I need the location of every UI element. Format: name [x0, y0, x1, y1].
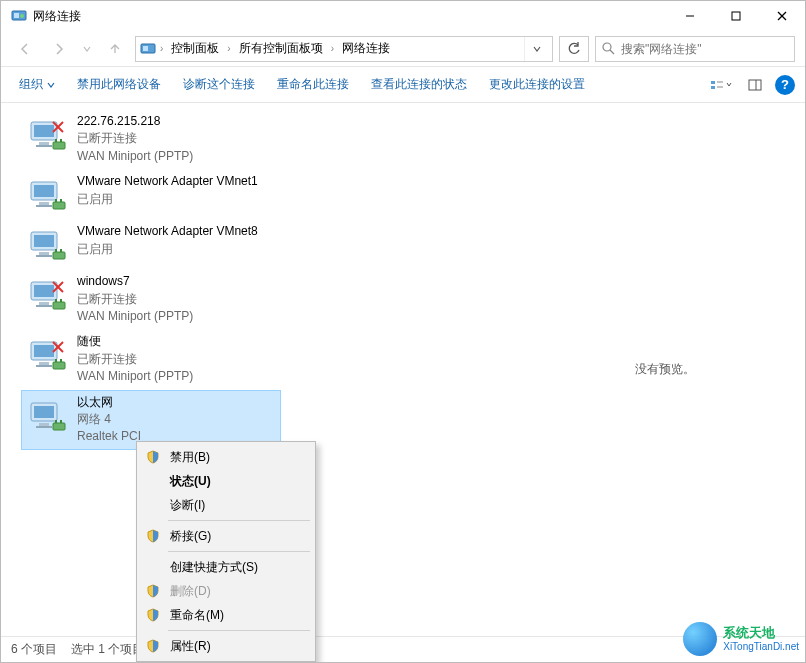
globe-icon [683, 622, 717, 656]
svg-line-10 [610, 50, 614, 54]
svg-rect-60 [39, 423, 49, 426]
address-dropdown[interactable] [524, 37, 548, 61]
watermark-en: XiTongTianDi.net [723, 641, 799, 652]
connection-status: 已断开连接 [77, 130, 193, 147]
context-menu-label: 诊断(I) [170, 497, 205, 514]
svg-rect-63 [55, 420, 57, 423]
svg-rect-55 [53, 362, 65, 369]
svg-rect-57 [60, 359, 62, 362]
up-button[interactable] [101, 35, 129, 63]
menu-separator [168, 551, 310, 552]
view-options-button[interactable] [707, 73, 735, 97]
minimize-button[interactable] [667, 1, 713, 31]
search-input[interactable] [621, 42, 788, 56]
svg-rect-8 [143, 46, 148, 51]
preview-empty-text: 没有预览。 [635, 361, 695, 378]
svg-rect-24 [55, 139, 57, 142]
chevron-right-icon[interactable]: › [331, 43, 334, 54]
watermark: 系统天地 XiTongTianDi.net [683, 622, 799, 656]
view-status-cmd[interactable]: 查看此连接的状态 [363, 72, 475, 97]
shield-icon [144, 527, 162, 545]
disable-device-cmd[interactable]: 禁用此网络设备 [69, 72, 169, 97]
window-controls [667, 1, 805, 31]
help-button[interactable]: ? [775, 75, 795, 95]
connection-name: 随便 [77, 333, 193, 350]
shield-icon [144, 448, 162, 466]
shield-icon [144, 637, 162, 655]
svg-rect-12 [711, 86, 715, 89]
svg-rect-52 [36, 365, 52, 367]
svg-rect-15 [749, 80, 761, 90]
connection-item[interactable]: VMware Network Adapter VMnet8 已启用 [21, 219, 281, 269]
svg-rect-48 [60, 299, 62, 302]
context-menu-item[interactable]: 禁用(B) [140, 445, 312, 469]
svg-rect-59 [34, 406, 54, 418]
context-menu-item[interactable]: 诊断(I) [140, 493, 312, 517]
change-settings-cmd[interactable]: 更改此连接的设置 [481, 72, 593, 97]
connection-name: VMware Network Adapter VMnet8 [77, 223, 258, 240]
app-icon [11, 8, 27, 24]
chevron-right-icon[interactable]: › [160, 43, 163, 54]
connection-item[interactable]: 随便 已断开连接 WAN Miniport (PPTP) [21, 329, 281, 389]
context-menu-item[interactable]: 属性(R) [140, 634, 312, 658]
svg-rect-56 [55, 359, 57, 362]
close-button[interactable] [759, 1, 805, 31]
svg-rect-42 [39, 302, 49, 305]
connection-status: 已断开连接 [77, 291, 193, 308]
svg-point-9 [603, 43, 611, 51]
connection-name: 以太网 [77, 394, 141, 411]
watermark-cn: 系统天地 [723, 626, 799, 640]
refresh-button[interactable] [559, 36, 589, 62]
connection-status: 已启用 [77, 191, 258, 208]
maximize-button[interactable] [713, 1, 759, 31]
connection-status: 已启用 [77, 241, 258, 258]
svg-rect-39 [60, 249, 62, 252]
recent-dropdown[interactable] [79, 44, 95, 54]
menu-separator [168, 520, 310, 521]
organize-menu[interactable]: 组织 [11, 72, 63, 97]
svg-rect-35 [39, 252, 49, 255]
connection-item[interactable]: 222.76.215.218 已断开连接 WAN Miniport (PPTP) [21, 109, 281, 169]
context-menu: 禁用(B)状态(U)诊断(I)桥接(G)创建快捷方式(S)删除(D)重命名(M)… [136, 441, 316, 662]
chevron-right-icon[interactable]: › [227, 43, 230, 54]
adapter-icon [27, 333, 69, 375]
breadcrumb-network-connections[interactable]: 网络连接 [338, 38, 394, 59]
connection-name: windows7 [77, 273, 193, 290]
address-bar[interactable]: › 控制面板 › 所有控制面板项 › 网络连接 [135, 36, 553, 62]
connection-item[interactable]: windows7 已断开连接 WAN Miniport (PPTP) [21, 269, 281, 329]
window-title: 网络连接 [33, 8, 667, 25]
context-menu-item[interactable]: 重命名(M) [140, 603, 312, 627]
diagnose-cmd[interactable]: 诊断这个连接 [175, 72, 263, 97]
rename-cmd[interactable]: 重命名此连接 [269, 72, 357, 97]
connection-text: 随便 已断开连接 WAN Miniport (PPTP) [77, 333, 193, 385]
context-menu-item[interactable]: 状态(U) [140, 469, 312, 493]
connection-text: windows7 已断开连接 WAN Miniport (PPTP) [77, 273, 193, 325]
svg-rect-47 [55, 299, 57, 302]
breadcrumb-all-items[interactable]: 所有控制面板项 [235, 38, 327, 59]
context-menu-label: 属性(R) [170, 638, 211, 655]
shield-icon [144, 496, 162, 514]
connection-desc: WAN Miniport (PPTP) [77, 308, 193, 325]
search-box[interactable] [595, 36, 795, 62]
svg-rect-51 [39, 362, 49, 365]
svg-rect-20 [36, 145, 52, 147]
adapter-icon [27, 273, 69, 315]
title-bar: 网络连接 [1, 1, 805, 31]
connection-item[interactable]: VMware Network Adapter VMnet1 已启用 [21, 169, 281, 219]
context-menu-item[interactable]: 创建快捷方式(S) [140, 555, 312, 579]
selected-count: 选中 1 个项目 [71, 641, 144, 658]
context-menu-item[interactable]: 桥接(G) [140, 524, 312, 548]
preview-pane-button[interactable] [741, 73, 769, 97]
menu-separator [168, 630, 310, 631]
breadcrumb-control-panel[interactable]: 控制面板 [167, 38, 223, 59]
location-icon [140, 41, 156, 57]
svg-rect-30 [53, 202, 65, 209]
chevron-down-icon [47, 81, 55, 89]
context-menu-label: 禁用(B) [170, 449, 210, 466]
svg-rect-50 [34, 345, 54, 357]
adapter-icon [27, 173, 69, 215]
back-button[interactable] [11, 35, 39, 63]
context-menu-item: 删除(D) [140, 579, 312, 603]
shield-icon [144, 606, 162, 624]
forward-button[interactable] [45, 35, 73, 63]
